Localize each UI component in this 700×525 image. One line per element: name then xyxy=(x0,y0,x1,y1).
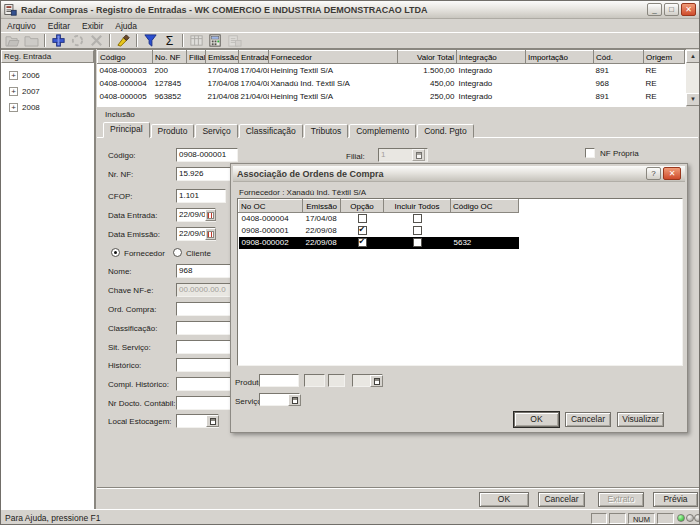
ord-compra-label: Ord. Compra: xyxy=(108,305,156,314)
expand-icon[interactable]: + xyxy=(9,103,18,112)
grid-cell: 17/04/08 xyxy=(239,64,269,77)
ok-button[interactable]: OK xyxy=(479,492,529,507)
expand-icon[interactable]: + xyxy=(9,87,18,96)
grid-row[interactable]: 0408-00000412784517/04/0817/04/08Xanadú … xyxy=(98,77,685,90)
calendar-icon[interactable] xyxy=(205,209,216,221)
nr-nf-label: Nr. NF: xyxy=(108,170,133,179)
tree-item-label: 2007 xyxy=(22,87,40,96)
lookup-icon[interactable] xyxy=(370,375,383,387)
checkbox-unchecked-icon[interactable] xyxy=(413,214,422,223)
tab-tributos[interactable]: Tributos xyxy=(304,124,348,138)
grid-column-origem[interactable]: Origem xyxy=(644,51,685,64)
produto-field[interactable] xyxy=(259,374,299,387)
nf-propria-checkbox[interactable] xyxy=(585,148,595,158)
historico-label: Histórico: xyxy=(108,361,141,370)
historico-field[interactable] xyxy=(176,358,238,372)
lookup-icon[interactable] xyxy=(206,415,219,427)
oc-row[interactable]: 0908-00000122/09/08 xyxy=(239,225,684,237)
oc-row[interactable]: 0408-00000417/04/08 xyxy=(239,213,684,225)
grid-column-entrada[interactable]: Entrada xyxy=(239,51,269,64)
grid-cell: 891 xyxy=(594,64,644,77)
cancelar-button[interactable]: Cancelar xyxy=(538,492,585,507)
grid-cell: 200 xyxy=(153,64,187,77)
previa-button[interactable]: Prévia xyxy=(653,492,698,507)
oc-column-emissao[interactable]: Emissão xyxy=(303,200,341,213)
oc-column-codigo-oc[interactable]: Código OC xyxy=(451,200,519,213)
local-estocagem-label: Local Estocagem: xyxy=(108,417,172,426)
sigma-icon[interactable]: Σ xyxy=(160,33,179,48)
grid-row[interactable]: 0408-00000596385221/04/0821/04/08Heining… xyxy=(98,90,685,103)
grid-scrollbar[interactable]: ▲ ▼ xyxy=(686,50,700,106)
dialog-cancelar-button[interactable]: Cancelar xyxy=(565,412,611,427)
compl-historico-field[interactable] xyxy=(176,377,238,391)
sit-servico-field[interactable] xyxy=(176,340,238,354)
menu-item-exibir[interactable]: Exibir xyxy=(76,21,109,31)
tree-item-label: 2006 xyxy=(22,71,40,80)
checkbox-unchecked-icon[interactable] xyxy=(413,226,422,235)
grid-row[interactable]: 0408-00000320017/04/0817/04/08Heining Te… xyxy=(98,64,685,77)
scroll-down-icon[interactable]: ▼ xyxy=(686,93,700,106)
grid-column-filial[interactable]: Filial xyxy=(187,51,206,64)
checkbox-checked-icon[interactable] xyxy=(358,226,367,235)
expand-icon[interactable]: + xyxy=(9,71,18,80)
close-icon[interactable]: ✕ xyxy=(681,3,696,16)
grid-column-integracao[interactable]: Integração xyxy=(457,51,526,64)
nome-field[interactable]: 968 xyxy=(176,264,238,278)
window-title: Radar Compras - Registro de Entradas - W… xyxy=(21,5,645,15)
menu-item-arquivo[interactable]: Arquivo xyxy=(1,21,42,31)
grid-cell: 127845 xyxy=(153,77,187,90)
cfop-field[interactable]: 1.101 xyxy=(176,189,226,203)
grid-column-valor-total[interactable]: Valor Total xyxy=(398,51,457,64)
checkbox-checked-icon[interactable] xyxy=(358,238,367,247)
tab-cond-pgto[interactable]: Cond. Pgto xyxy=(417,124,474,138)
minimize-icon[interactable]: _ xyxy=(647,3,662,16)
dialog-visualizar-button[interactable]: Visualizar xyxy=(617,412,664,427)
calendar-icon[interactable] xyxy=(205,228,216,240)
grid-column-codigo[interactable]: Código xyxy=(98,51,153,64)
cliente-radio[interactable] xyxy=(173,248,182,257)
grid-column-no-nf[interactable]: No. NF xyxy=(153,51,187,64)
menu-item-editar[interactable]: Editar xyxy=(42,21,76,31)
maximize-icon[interactable]: □ xyxy=(664,3,679,16)
brush-icon[interactable] xyxy=(114,33,133,48)
tab-servico[interactable]: Serviço xyxy=(195,124,237,138)
add-icon[interactable] xyxy=(49,33,68,48)
tab-principal[interactable]: Principal xyxy=(103,122,150,138)
dialog-ok-button[interactable]: OK xyxy=(514,412,559,427)
grid-column-emissao[interactable]: Emissão xyxy=(206,51,239,64)
fornecedor-radio[interactable] xyxy=(111,248,120,257)
scroll-up-icon[interactable]: ▲ xyxy=(686,50,700,63)
checkbox-unchecked-icon[interactable] xyxy=(358,214,367,223)
grid-column-fornecedor[interactable]: Fornecedor xyxy=(269,51,398,64)
help-icon[interactable]: ? xyxy=(646,167,661,180)
tab-classificacao[interactable]: Classificação xyxy=(239,124,303,138)
grid-column-cod[interactable]: Cód. xyxy=(594,51,644,64)
tree-item-2008[interactable]: +2008 xyxy=(1,100,94,114)
filter-icon[interactable] xyxy=(141,33,160,48)
tree-item-2007[interactable]: +2007 xyxy=(1,84,94,98)
tree-item-2006[interactable]: +2006 xyxy=(1,68,94,82)
grid-column-importacao[interactable]: Importação xyxy=(526,51,594,64)
classificacao-field[interactable] xyxy=(176,321,238,335)
oc-row[interactable]: 0908-00000222/09/085632 xyxy=(239,237,684,249)
lookup-icon[interactable] xyxy=(288,394,301,406)
codigo-field[interactable]: 0908-000001 xyxy=(176,148,238,162)
oc-cell: 0408-000004 xyxy=(239,213,303,225)
oc-column-incluir-todos[interactable]: Incluir Todos xyxy=(384,200,451,213)
menu-bar: ArquivoEditarExibirAjuda xyxy=(1,20,699,32)
nr-docto-field[interactable] xyxy=(176,396,238,410)
refresh-icon xyxy=(68,33,87,48)
checkbox-unchecked-icon[interactable] xyxy=(413,238,422,247)
close-icon[interactable]: ✕ xyxy=(663,167,681,180)
ord-compra-field[interactable] xyxy=(176,302,238,316)
menu-item-ajuda[interactable]: Ajuda xyxy=(109,21,143,31)
oc-column-opcao[interactable]: Opção xyxy=(341,200,384,213)
toolbar-separator xyxy=(136,34,138,47)
tab-produto[interactable]: Produto xyxy=(151,124,195,138)
calc-icon[interactable] xyxy=(206,33,225,48)
oc-column-no-oc[interactable]: No OC xyxy=(239,200,303,213)
grid-cell: Heining Textil S/A xyxy=(269,64,398,77)
codigo-label: Código: xyxy=(108,151,136,160)
nr-nf-field[interactable]: 15.926 xyxy=(176,167,238,181)
tab-complemento[interactable]: Complemento xyxy=(349,124,416,138)
